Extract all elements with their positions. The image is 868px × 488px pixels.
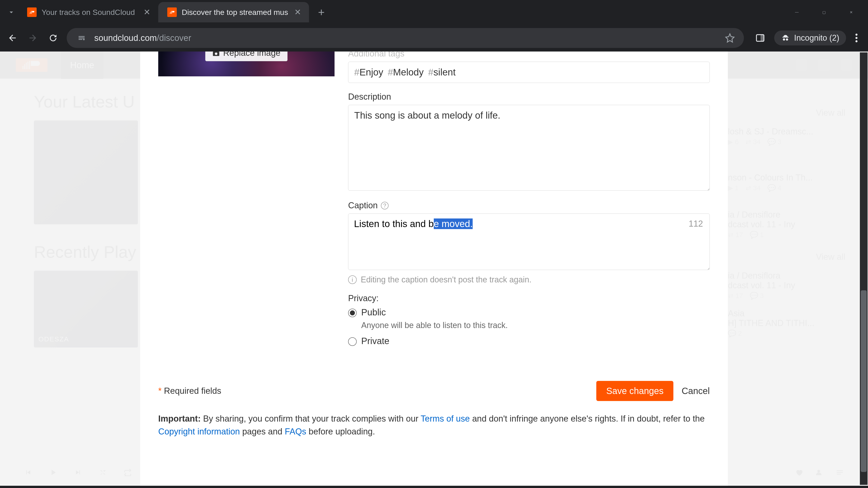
tab-your-tracks[interactable]: Your tracks on SoundCloud ✕ [18,2,158,22]
url-field[interactable]: soundcloud.com/discover [67,28,744,48]
arrow-right-icon [28,33,38,43]
reload-button[interactable] [46,31,60,45]
description-textarea[interactable] [348,105,710,191]
page-scrollbar[interactable] [860,53,868,485]
chevron-down-icon [7,8,16,16]
modal-footer: * Required fields Save changes Cancel [158,381,710,412]
back-button[interactable] [6,31,19,45]
incognito-icon [781,33,790,42]
svg-point-4 [855,37,857,39]
privacy-public-option[interactable]: Public [348,307,710,318]
forward-button[interactable] [26,31,39,45]
privacy-label: Privacy: [348,293,710,303]
address-bar: soundcloud.com/discover Incognito (2) [0,24,868,52]
replace-image-button[interactable]: Replace image [205,52,287,61]
caption-char-count: 112 [689,219,703,229]
save-changes-button[interactable]: Save changes [596,381,674,401]
info-icon: i [348,275,357,284]
additional-tags-input[interactable]: #Enjoy #Melody #silent [348,62,710,83]
required-fields-note: * Required fields [158,386,221,396]
close-icon[interactable]: ✕ [143,8,151,17]
svg-point-0 [83,39,85,40]
tab-title: Your tracks on SoundCloud [41,8,137,17]
soundcloud-favicon [167,7,177,17]
toolbar-right: Incognito (2) [751,31,862,45]
browser-menu-icon[interactable] [855,33,858,43]
svg-point-5 [855,40,857,42]
svg-rect-2 [761,35,764,41]
site-settings-icon[interactable] [76,32,88,44]
page-viewport: Home Your Latest U Recently Play ODESZA … [0,52,868,486]
side-panel-icon[interactable] [755,33,765,43]
help-icon[interactable]: ? [381,202,389,209]
description-label: Description [348,92,710,102]
cancel-button[interactable]: Cancel [682,386,710,396]
tab-title: Discover the top streamed mus [182,8,288,17]
track-cover-image: Replace image [158,52,335,76]
edit-track-modal: Replace image Additional tags #Enjoy #Me… [140,52,728,486]
tab-bar: Your tracks on SoundCloud ✕ Discover the… [0,0,868,24]
caption-label: Caption ? [348,201,710,210]
radio-private[interactable] [348,337,357,346]
faqs-link[interactable]: FAQs [285,427,306,436]
incognito-badge[interactable]: Incognito (2) [774,31,846,45]
maximize-button[interactable]: ▢ [818,10,830,14]
url-text: soundcloud.com/discover [94,33,718,43]
terms-of-use-link[interactable]: Terms of use [421,414,470,423]
scrollbar-thumb[interactable] [861,290,867,472]
camera-icon [212,52,220,57]
privacy-section: Privacy: Public Anyone will be able to l… [348,293,710,346]
tab-search-dropdown[interactable] [4,5,18,19]
additional-tags-label: Additional tags [348,49,710,59]
tab-discover[interactable]: Discover the top streamed mus ✕ [158,2,309,22]
bookmark-star-icon[interactable] [725,33,735,43]
copyright-info-link[interactable]: Copyright information [158,427,240,436]
reload-icon [48,33,58,43]
caption-hint: i Editing the caption doesn't post the t… [348,275,710,285]
upload-disclaimer: Important: By sharing, you confirm that … [158,412,710,438]
privacy-private-option[interactable]: Private [348,336,710,346]
window-controls: — ▢ ✕ [791,10,864,14]
public-description: Anyone will be able to listen to this tr… [361,321,710,330]
browser-chrome: Your tracks on SoundCloud ✕ Discover the… [0,0,868,52]
close-icon[interactable]: ✕ [293,8,302,17]
caption-textarea[interactable] [348,214,710,270]
svg-point-3 [855,34,857,36]
arrow-left-icon [7,33,18,43]
soundcloud-favicon [27,7,37,17]
minimize-button[interactable]: — [791,10,802,14]
radio-public[interactable] [348,308,357,317]
close-window-button[interactable]: ✕ [845,10,857,14]
new-tab-button[interactable]: + [313,4,329,20]
